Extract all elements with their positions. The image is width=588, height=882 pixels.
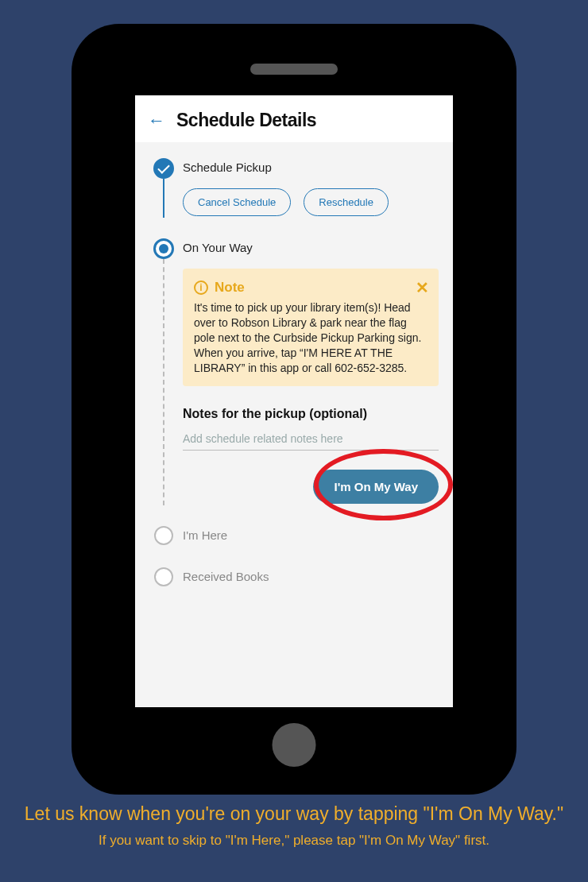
timeline: Schedule Pickup Cancel Schedule Reschedu… <box>149 158 439 634</box>
caption-line-2: If you want to skip to "I'm Here," pleas… <box>24 833 564 849</box>
notes-label: Notes for the pickup (optional) <box>183 407 439 421</box>
close-icon[interactable]: ✕ <box>416 278 429 297</box>
cancel-schedule-button[interactable]: Cancel Schedule <box>183 188 291 216</box>
app-screen: ← Schedule Details Schedule Pickup Cance… <box>135 95 453 707</box>
reschedule-button[interactable]: Reschedule <box>304 188 389 216</box>
phone-speaker <box>250 64 338 75</box>
connector <box>163 259 164 505</box>
step-title: Schedule Pickup <box>183 158 439 174</box>
step-marker-future-icon <box>154 526 173 545</box>
step-marker-current-icon <box>153 238 174 259</box>
step-title: I'm Here <box>183 526 439 542</box>
page-title: Schedule Details <box>176 110 316 131</box>
back-arrow-icon[interactable]: ← <box>148 112 165 130</box>
info-icon: i <box>194 280 208 295</box>
step-received-books: Received Books <box>149 567 439 634</box>
step-on-your-way: On Your Way i Note ✕ It's time to pick u… <box>149 238 439 526</box>
caption-line-1: Let us know when you're on your way by t… <box>24 803 564 826</box>
note-body: It's time to pick up your library item(s… <box>194 300 426 375</box>
content-area: Schedule Pickup Cancel Schedule Reschedu… <box>135 142 453 706</box>
step-schedule-pickup: Schedule Pickup Cancel Schedule Reschedu… <box>149 158 439 238</box>
phone-home-button[interactable] <box>273 723 316 767</box>
im-on-my-way-button[interactable]: I'm On My Way <box>313 470 439 504</box>
connector <box>163 179 164 218</box>
step-marker-done-icon <box>153 158 174 179</box>
step-marker-future-icon <box>154 567 173 586</box>
notes-input[interactable] <box>183 429 439 451</box>
app-header: ← Schedule Details <box>135 95 453 142</box>
step-title: On Your Way <box>183 238 439 254</box>
step-title: Received Books <box>183 567 439 583</box>
note-title: Note <box>215 280 245 296</box>
note-box: i Note ✕ It's time to pick up your libra… <box>183 269 439 386</box>
step-im-here: I'm Here <box>149 526 439 567</box>
phone-frame: ← Schedule Details Schedule Pickup Cance… <box>72 24 516 795</box>
instruction-captions: Let us know when you're on your way by t… <box>0 803 588 849</box>
